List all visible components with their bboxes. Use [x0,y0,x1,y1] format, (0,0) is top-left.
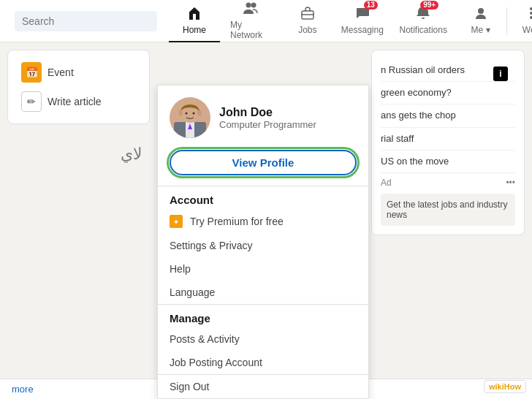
nav-item-messaging[interactable]: 13 Messaging [333,0,392,42]
posts-activity-item[interactable]: Posts & Activity [158,327,368,351]
news-item-2: green economy? [381,82,515,104]
svg-point-24 [198,111,202,116]
wikihow-wiki: wiki [489,382,504,391]
main-content: 📅 Event ✏ Write article لاي i n Russian … [0,42,532,399]
svg-point-21 [186,113,188,115]
write-icon: ✏ [21,91,42,112]
nav-home-label: Home [183,25,206,35]
svg-point-6 [478,8,484,14]
nav-notifications-label: Notifications [400,25,447,35]
event-label: Event [48,66,74,78]
premium-label: Try Premium for free [190,216,284,227]
premium-icon: ✦ [170,215,183,228]
nav-item-me[interactable]: Me ▾ [455,0,506,42]
profile-info: John Doe Computer Programmer [219,106,316,130]
svg-point-3 [251,3,256,8]
nav-messaging-label: Messaging [341,25,384,35]
sidebar-item-write[interactable]: ✏ Write article [15,87,142,116]
svg-point-22 [193,113,195,115]
jobs-icon [300,5,316,23]
write-label: Write article [48,96,102,107]
nav-item-my-network[interactable]: My Network [220,0,282,42]
nav-item-work[interactable]: Work ▾ [506,0,532,42]
ad-dots: ••• [506,178,515,188]
help-label: Help [170,263,191,275]
top-navigation: in Home My Network Jobs [0,0,532,42]
more-label: more [12,384,34,395]
dropdown-profile: John Doe Computer Programmer [158,86,368,147]
profile-title: Computer Programmer [219,119,316,130]
nav-work-label: Work ▾ [522,25,532,35]
job-posting-item[interactable]: Job Posting Account [158,351,368,374]
messaging-icon: 13 [354,5,370,23]
settings-item[interactable]: Settings & Privacy [158,234,368,257]
nav-item-home[interactable]: Home [169,0,220,42]
nav-network-label: My Network [230,20,272,40]
account-section-label: Account [158,186,368,209]
news-item-3: ans gets the chop [381,104,515,127]
news-subscribe: Get the latest jobs and industry news [381,194,515,226]
nav-item-notifications[interactable]: 99+ Notifications [392,0,455,42]
nav-jobs-label: Jobs [298,25,316,35]
ad-bar: Ad ••• [381,178,515,188]
ad-label: Ad [381,178,392,188]
language-item[interactable]: Language [158,281,368,304]
sign-out-item[interactable]: Sign Out [158,375,368,398]
arabic-text: لاي [7,130,150,178]
search-input[interactable] [15,11,157,31]
sign-out-label: Sign Out [170,381,209,392]
nav-items: Home My Network Jobs 13 Messaging [169,0,532,42]
left-sidebar: 📅 Event ✏ Write article لاي [0,42,157,399]
sidebar-item-event[interactable]: 📅 Event [15,58,142,87]
notifications-icon: 99+ [415,5,431,23]
posts-activity-label: Posts & Activity [170,333,240,345]
profile-name: John Doe [219,106,316,119]
nav-item-jobs[interactable]: Jobs [282,0,333,42]
nav-me-label: Me ▾ [471,25,490,35]
right-news: i n Russian oil orders green economy? an… [364,42,532,399]
dropdown-menu: John Doe Computer Programmer View Profil… [157,85,369,399]
info-icon[interactable]: i [493,66,508,81]
manage-section-label: Manage [158,305,368,327]
news-item-4: rial staff [381,128,515,151]
svg-point-2 [246,3,251,8]
wikihow-badge: wikiHow [484,380,526,393]
job-posting-label: Job Posting Account [170,357,262,368]
me-icon [473,5,489,23]
home-icon [186,5,202,23]
messaging-badge: 13 [364,1,378,10]
sidebar-card: 📅 Event ✏ Write article [7,50,150,124]
wikihow-how: How [504,382,521,391]
view-profile-button[interactable]: View Profile [170,150,357,175]
avatar [170,97,210,138]
svg-text:✦: ✦ [173,218,179,226]
help-item[interactable]: Help [158,257,368,281]
settings-label: Settings & Privacy [170,240,253,251]
news-card: i n Russian oil orders green economy? an… [371,50,525,235]
news-item-5: US on the move [381,151,515,173]
notifications-badge: 99+ [420,1,438,10]
language-label: Language [170,286,215,298]
event-icon: 📅 [21,62,42,83]
svg-point-23 [179,111,183,116]
my-network-icon [243,0,259,18]
work-icon [528,5,532,23]
premium-item[interactable]: ✦ Try Premium for free [158,209,368,234]
